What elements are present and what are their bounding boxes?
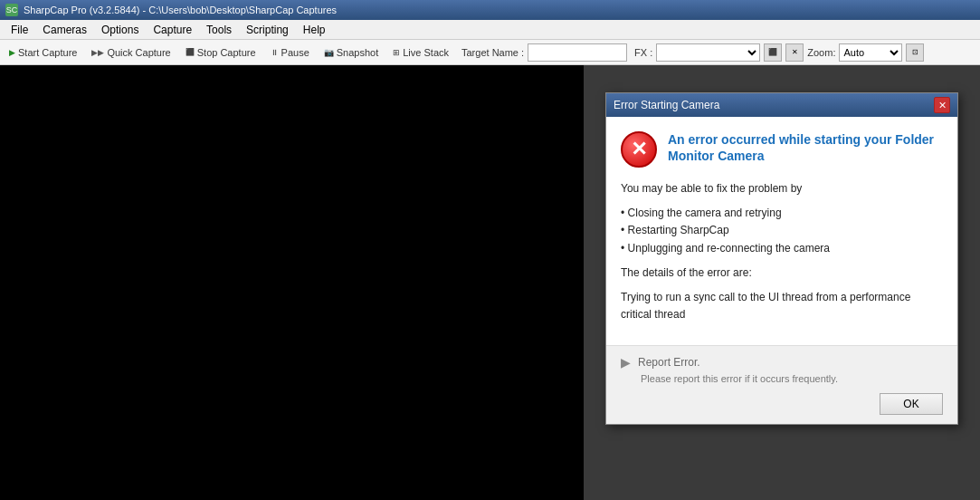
- pause-label: Pause: [281, 47, 309, 58]
- fx-icon-1[interactable]: ⬛: [764, 43, 782, 62]
- ok-button[interactable]: OK: [880, 393, 943, 415]
- menu-help[interactable]: Help: [296, 22, 333, 38]
- suggestions-list: Closing the camera and retrying Restarti…: [621, 205, 943, 257]
- fx-label: FX :: [634, 47, 652, 58]
- dialog-buttons: OK: [621, 393, 943, 415]
- dialog-content: You may be able to fix the problem by Cl…: [621, 180, 943, 323]
- stop-capture-icon: ⬛: [186, 48, 195, 56]
- menu-cameras[interactable]: Cameras: [35, 22, 94, 38]
- title-bar: SC SharpCap Pro (v3.2.5844) - C:\Users\b…: [0, 0, 980, 20]
- start-capture-icon: ▶: [9, 48, 15, 57]
- report-error-link[interactable]: Report Error.: [638, 356, 700, 369]
- suggestion-3: Unplugging and re-connecting the camera: [621, 240, 943, 257]
- snapshot-icon: 📷: [324, 48, 334, 57]
- pause-button[interactable]: ⏸ Pause: [265, 45, 315, 60]
- menu-options[interactable]: Options: [94, 22, 146, 38]
- dialog-title: Error Starting Camera: [614, 99, 719, 111]
- error-dialog: Error Starting Camera ✕ ✕ An error occur…: [605, 92, 958, 425]
- dialog-close-button[interactable]: ✕: [934, 97, 950, 113]
- dialog-body: ✕ An error occurred while starting your …: [606, 117, 957, 345]
- details-label: The details of the error are:: [621, 264, 943, 282]
- error-icon-container: ✕: [621, 131, 657, 168]
- quick-capture-button[interactable]: ▶▶ Quick Capture: [86, 45, 176, 60]
- error-detail: Trying to run a sync call to the UI thre…: [621, 289, 943, 323]
- target-name-label: Target Name :: [461, 47, 524, 58]
- live-stack-button[interactable]: ⊞ Live Stack: [387, 45, 454, 60]
- right-panel: Error Starting Camera ✕ ✕ An error occur…: [584, 65, 980, 500]
- target-name-input[interactable]: [528, 43, 627, 62]
- app-icon: SC: [5, 4, 18, 16]
- error-icon-circle: ✕: [621, 131, 657, 168]
- zoom-select[interactable]: Auto: [839, 43, 902, 62]
- main-area: Error Starting Camera ✕ ✕ An error occur…: [0, 65, 980, 500]
- dialog-intro: You may be able to fix the problem by: [621, 180, 943, 197]
- menu-scripting[interactable]: Scripting: [239, 22, 296, 38]
- suggestion-1: Closing the camera and retrying: [621, 205, 943, 222]
- start-capture-button[interactable]: ▶ Start Capture: [4, 45, 82, 60]
- zoom-fit-icon[interactable]: ⊡: [906, 43, 924, 62]
- error-x-icon: ✕: [631, 138, 647, 161]
- snapshot-label: Snapshot: [337, 47, 378, 58]
- fx-select[interactable]: [656, 43, 760, 62]
- menu-tools[interactable]: Tools: [199, 22, 239, 38]
- dialog-overlay: Error Starting Camera ✕ ✕ An error occur…: [584, 65, 980, 500]
- zoom-label: Zoom:: [807, 47, 835, 58]
- pause-icon: ⏸: [271, 48, 279, 57]
- dialog-header-row: ✕ An error occurred while starting your …: [621, 131, 943, 168]
- dialog-footer: ▶ Report Error. Please report this error…: [606, 345, 957, 424]
- toolbar: ▶ Start Capture ▶▶ Quick Capture ⬛ Stop …: [0, 40, 980, 65]
- report-row: ▶ Report Error.: [621, 355, 943, 370]
- close-icon: ✕: [938, 100, 947, 111]
- dialog-title-bar: Error Starting Camera ✕: [606, 93, 957, 117]
- fx-icon-2[interactable]: ✕: [785, 43, 804, 62]
- live-stack-icon: ⊞: [393, 48, 400, 57]
- camera-view: [0, 65, 584, 500]
- report-sub-text: Please report this error if it occurs fr…: [641, 373, 943, 384]
- live-stack-label: Live Stack: [403, 47, 449, 58]
- stop-capture-label: Stop Capture: [197, 47, 256, 58]
- window-title: SharpCap Pro (v3.2.5844) - C:\Users\bob\…: [24, 5, 337, 15]
- dialog-heading: An error occurred while starting your Fo…: [668, 131, 943, 164]
- snapshot-button[interactable]: 📷 Snapshot: [319, 45, 384, 60]
- report-arrow-icon: ▶: [621, 355, 631, 370]
- menu-file[interactable]: File: [4, 22, 35, 38]
- start-capture-label: Start Capture: [18, 47, 77, 58]
- stop-capture-button[interactable]: ⬛ Stop Capture: [180, 45, 262, 60]
- quick-capture-label: Quick Capture: [107, 47, 170, 58]
- suggestion-2: Restarting SharpCap: [621, 222, 943, 239]
- quick-capture-icon: ▶▶: [91, 48, 104, 57]
- menu-bar: File Cameras Options Capture Tools Scrip…: [0, 20, 980, 40]
- menu-capture[interactable]: Capture: [146, 22, 199, 38]
